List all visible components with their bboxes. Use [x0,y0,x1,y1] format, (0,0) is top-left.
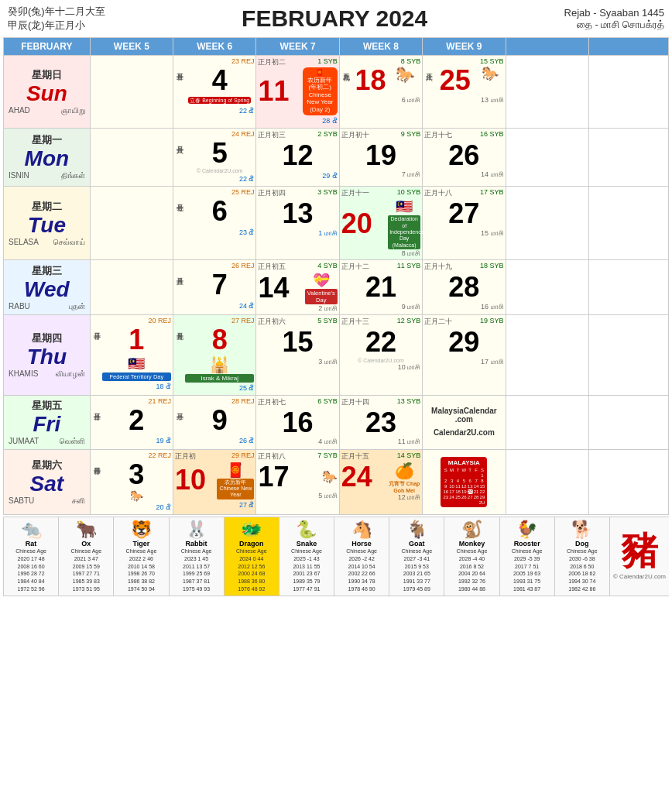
sun-w7-feb11: 正月初二 1 SYB 11 🧧农历新年(年初二)Chinese New Year… [256,56,339,129]
zodiac-goat: 🐐 Goat Chinese Age2027 -3 412015 9 53200… [389,517,444,596]
sat-w9-minical: MALAYSIA SMTWTFS 1 2345678 9101112131415… [423,449,506,515]
friday-row: 星期五 Fri JUMAAT வெள்ளி 21 REJ 十二月廿三 2 19 … [4,395,669,449]
header-right: Rejab - Syaaban 1445 தை - மாசி சொபக்ரத் [564,7,664,31]
sun-w5 [90,56,173,129]
monday-row: 星期一 Mon ISNIN திங்கள் 24 REJ 十二月廿六 5 © C… [4,128,669,187]
tuesday-malay-tamil: SELASA செவ்வாய் [5,238,88,247]
header-center: FEBRUARY 2024 [242,5,427,32]
fri-w7-feb16: 正月初七 6 SYB 16 4 மாசி [256,395,339,449]
tuesday-chinese: 星期二 [5,200,88,214]
saturday-label-cell: 星期六 Sat SABTU சனி [4,449,91,515]
tue-extra2 [588,187,668,260]
wed-w6-feb7: 26 REJ 十二月廿八 7 24 ๕ิ [173,260,256,315]
friday-english: Fri [5,413,88,437]
fri-w8-feb23: 正月十四 13 SYB 23 11 மாசி [339,395,422,449]
tue-extra [506,187,588,260]
zodiac-rabbit: 🐰 Rabbit Chinese Age2023 1 452011 13 571… [170,517,225,596]
sat-extra2 [588,449,668,515]
sunday-english: Sun [5,82,88,106]
tue-w5 [90,187,173,260]
sun-w6-feb4: 23 REJ 十二月廿五 4 立春 Beginning of Spring 22… [173,56,256,129]
tue-w8-feb20: 正月十一 10 SYB 20 🇲🇾 Declaration of Indepen… [339,187,422,260]
zodiac-dog: 🐕 Dog Chinese Age2030 -6 382018 6 502006… [555,517,610,596]
monday-tamil: திங்கள் [61,171,85,180]
mon-w5 [90,128,173,187]
zodiac-ox: 🐂 Ox Chinese Age2021 3 472009 15 591997 … [59,517,114,596]
header-left-line1: 癸卯(兔)年十二月大至 [8,5,105,19]
header-right-line2: தை - மாசி சொபக்ரத் [564,19,664,31]
wed-w7-feb14: 正月初五 4 SYB 14 💝 Valentine's Day 2 மாசி [256,260,339,315]
tuesday-english: Tue [5,214,88,238]
sat-w8-feb24: 正月十五 14 SYB 24 🍊 元宵节 Chap Goh Mei 12 மாச… [339,449,422,515]
thu-w6-feb8: 27 REJ 十二月廿九 8 🕌 Israk & Mikraj 25 ๕ิ [173,315,256,396]
calendar-table: FEBRUARY WEEK 5 WEEK 6 WEEK 7 WEEK 8 WEE… [3,37,669,515]
header-left: 癸卯(兔)年十二月大至 甲辰(龙)年正月小 [8,5,105,33]
thursday-english: Thu [5,345,88,369]
thu-w8-feb22: 正月十三 12 SYB 22 © Calendar2U.com 10 மாசி [339,315,422,396]
saturday-malay: SABTU [9,496,34,506]
mon-w8-feb19: 正月初十 9 SYB 19 7 மாசி [339,128,422,187]
fri-extra [506,395,588,449]
fri-extra2 [588,395,668,449]
fri-w6-feb9: 28 REJ 十二月三十 9 26 ๕ิ [173,395,256,449]
thu-w5-feb1: 20 REJ 十二月廿二 1 🇲🇾 Federal Territory Day … [90,315,173,396]
zodiac-dragon: 🐲 Dragon Chinese Age2024 0 442012 12 562… [225,517,279,596]
zodiac-horse: 🐴 Horse Chinese Age2026 -2 422014 10 542… [334,517,389,596]
tue-w9-feb27: 正月十八 17 SYB 27 15 மாசி [423,187,506,260]
sunday-row: 星期日 Sun AHAD ஞாயிறு 23 REJ 十二月廿五 4 立春 Be… [4,56,669,129]
sun-extra2 [588,56,668,129]
zodiac-rat: 🐀 Rat Chinese Age2020 17 482008 16 60199… [4,517,59,596]
wednesday-chinese: 星期三 [5,264,88,278]
wed-w5 [90,260,173,315]
friday-malay-tamil: JUMAAT வெள்ளி [5,437,88,446]
friday-chinese: 星期五 [5,399,88,413]
zodiac-section: 🐀 Rat Chinese Age2020 17 482008 16 60199… [3,517,669,596]
monday-english: Mon [5,147,88,171]
col-header-empty [506,38,588,56]
calendar-wrapper: FEBRUARY WEEK 5 WEEK 6 WEEK 7 WEEK 8 WEE… [0,37,672,517]
col-header-week8: WEEK 8 [339,38,422,56]
mon-w6-feb5: 24 REJ 十二月廿六 5 © Calendar2U.com 22 ๕ิ [173,128,256,187]
mon-w7-feb12: 正月初三 2 SYB 12 29 ๕ิ [256,128,339,187]
thursday-tamil: வியாழன் [56,369,85,379]
tuesday-label-cell: 星期二 Tue SELASA செவ்வாய் [4,187,91,260]
col-header-week5: WEEK 5 [90,38,173,56]
header-left-line2: 甲辰(龙)年正月小 [8,19,105,33]
zodiac-snake: 🐍 Snake Chinese Age2025 -1 432013 11 552… [279,517,334,596]
tue-w7-feb13: 正月初四 3 SYB 13 1 மாசி [256,187,339,260]
wednesday-malay: RABU [9,302,30,311]
sun-w9-feb25: 15 SYB 正月十六 25 🐎 13 மாசி [423,56,506,129]
wed-w9-feb28: 正月十九 18 SYB 28 16 மாசி [423,260,506,315]
zodiac-tiger: 🐯 Tiger Chinese Age2022 2 462010 14 5819… [114,517,169,596]
friday-malay: JUMAAT [9,437,39,446]
sat-w6-feb10: 正月初 29 REJ 10 🧧 农历新年 Chinese New Year 27… [173,449,256,515]
header: 癸卯(兔)年十二月大至 甲辰(龙)年正月小 FEBRUARY 2024 Reja… [0,0,672,37]
fri-w5-feb2: 21 REJ 十二月廿三 2 19 ๕ิ [90,395,173,449]
mon-extra2 [588,128,668,187]
wed-extra [506,260,588,315]
thursday-chinese: 星期四 [5,331,88,345]
sunday-tamil: ஞாயிறு [61,106,85,115]
week-header-row: FEBRUARY WEEK 5 WEEK 6 WEEK 7 WEEK 8 WEE… [4,38,669,56]
col-header-week6: WEEK 6 [173,38,256,56]
sun-w8-feb18: 8 SYB 正月初九 18 🐎 6 மாசி [339,56,422,129]
zodiac-rooster: 🐓 Rooster Chinese Age2029 -5 392017 7 51… [500,517,555,596]
col-header-week9: WEEK 9 [423,38,506,56]
sat-w5-feb3: 22 REJ 十二月廿四 3 🐎 20 ๕ิ [90,449,173,515]
thursday-malay: KHAMIS [9,369,38,379]
col-header-february: FEBRUARY [4,38,91,56]
sunday-label-cell: 星期日 Sun AHAD ஞாயிறு [4,56,91,129]
tuesday-row: 星期二 Tue SELASA செவ்வாய் 25 REJ 十二月廿七 6 2… [4,187,669,260]
wednesday-english: Wed [5,278,88,302]
saturday-row: 星期六 Sat SABTU சனி 22 REJ 十二月廿四 3 🐎 20 ๕ิ… [4,449,669,515]
monday-malay: ISNIN [9,171,29,180]
zodiac-monkey: 🐒 Monkey Chinese Age2028 -4 402016 8 522… [444,517,499,596]
saturday-malay-tamil: SABTU சனி [5,496,88,506]
monday-label-cell: 星期一 Mon ISNIN திங்கள் [4,128,91,187]
thursday-malay-tamil: KHAMIS வியாழன் [5,369,88,379]
wednesday-tamil: புதன் [69,302,85,311]
wed-extra2 [588,260,668,315]
header-right-line1: Rejab - Syaaban 1445 [564,7,664,19]
sunday-malay-tamil: AHAD ஞாயிறு [5,106,88,115]
sat-extra [506,449,588,515]
